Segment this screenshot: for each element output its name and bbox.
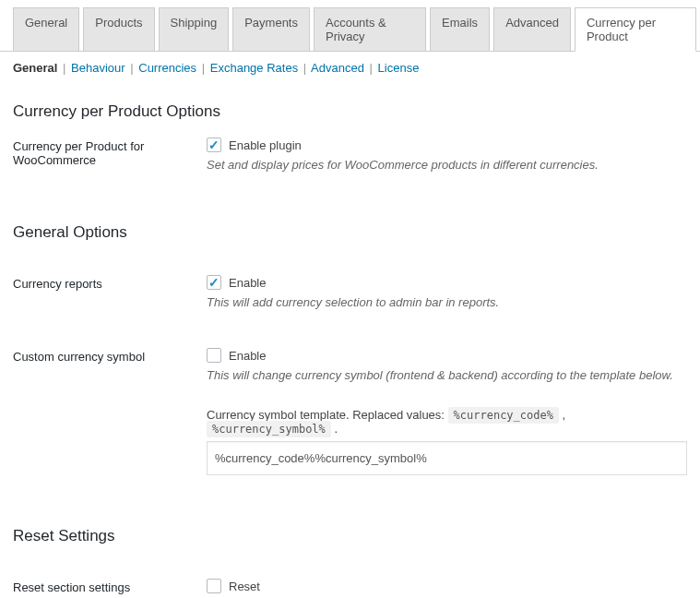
description-enable-plugin: Set and display prices for WooCommerce p… [207, 158, 687, 172]
checkbox-label-currency-reports: Enable [229, 276, 266, 290]
label-custom-symbol: Custom currency symbol [13, 348, 207, 364]
checkbox-enable-plugin[interactable] [207, 138, 221, 152]
checkbox-reset[interactable] [207, 579, 221, 593]
checkbox-currency-reports[interactable] [207, 275, 221, 290]
subtab-behaviour[interactable]: Behaviour [71, 61, 125, 75]
label-cpp-woocommerce: Currency per Product for WooCommerce [13, 138, 207, 167]
tab-emails[interactable]: Emails [430, 7, 490, 51]
subtab-license[interactable]: License [378, 61, 420, 75]
template-info: Currency symbol template. Replaced value… [207, 408, 687, 436]
code-currency-symbol: %currency_symbol% [207, 421, 331, 437]
subtab-exchange-rates[interactable]: Exchange Rates [210, 61, 298, 75]
separator: | [202, 61, 205, 75]
template-sep: , [559, 408, 565, 422]
template-suffix: . [331, 422, 338, 436]
separator: | [63, 61, 65, 75]
tab-general[interactable]: General [13, 7, 79, 51]
input-symbol-template[interactable] [207, 441, 687, 475]
separator: | [130, 61, 133, 75]
template-prefix: Currency symbol template. Replaced value… [207, 408, 448, 422]
subtab-currencies[interactable]: Currencies [138, 61, 196, 75]
tab-payments[interactable]: Payments [232, 7, 310, 51]
tab-products[interactable]: Products [83, 7, 154, 51]
tab-currency-per-product[interactable]: Currency per Product [575, 7, 696, 52]
label-currency-reports: Currency reports [13, 275, 207, 291]
checkbox-label-enable-plugin: Enable plugin [229, 138, 302, 152]
section-title-cpp-options: Currency per Product Options [13, 102, 687, 121]
code-currency-code: %currency_code% [448, 407, 559, 424]
checkbox-label-reset: Reset [229, 580, 260, 593]
tab-advanced[interactable]: Advanced [493, 7, 571, 51]
section-title-general-options: General Options [13, 223, 687, 242]
subtab-general[interactable]: General [13, 61, 57, 75]
subtab-advanced[interactable]: Advanced [311, 61, 364, 75]
description-currency-reports: This will add currency selection to admi… [207, 295, 687, 309]
main-tabs: General Products Shipping Payments Accou… [0, 0, 700, 52]
checkbox-custom-symbol[interactable] [207, 348, 221, 363]
tab-shipping[interactable]: Shipping [159, 7, 230, 51]
checkbox-label-custom-symbol: Enable [229, 349, 266, 363]
section-title-reset: Reset Settings [13, 527, 687, 545]
description-custom-symbol: This will change currency symbol (fronte… [207, 368, 687, 382]
separator: | [303, 61, 306, 75]
tab-accounts[interactable]: Accounts & Privacy [314, 7, 426, 51]
sub-tabs: General | Behaviour | Currencies | Excha… [0, 52, 700, 82]
label-reset-section: Reset section settings [13, 579, 207, 594]
separator: | [370, 61, 373, 75]
